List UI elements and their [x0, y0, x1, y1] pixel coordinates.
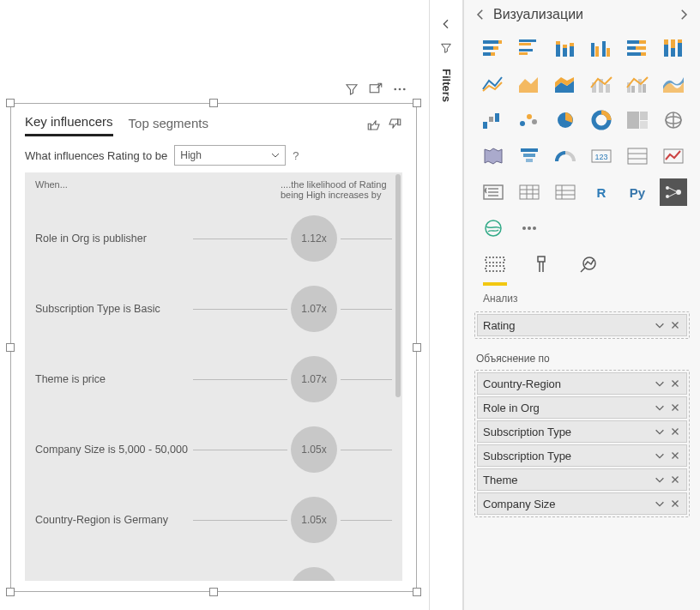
connector-line [193, 379, 287, 380]
svg-rect-15 [556, 41, 560, 45]
field-chip[interactable]: Company Size [477, 492, 687, 515]
chevron-down-icon[interactable] [654, 319, 666, 331]
viz-scatter-icon[interactable] [516, 106, 543, 134]
viz-more-icon[interactable] [516, 214, 543, 242]
influencer-row[interactable]: Country-Region is Germany 1.05x [25, 485, 402, 555]
viz-r-script-icon[interactable]: R [588, 178, 615, 206]
viz-line-clustered-column-icon[interactable] [624, 70, 651, 98]
viz-table-icon[interactable] [516, 178, 543, 206]
more-options-icon[interactable] [392, 82, 407, 100]
viz-treemap-icon[interactable] [624, 106, 651, 134]
viz-line-icon[interactable] [480, 70, 507, 98]
svg-point-50 [527, 114, 532, 119]
influencer-row[interactable]: Company Size is 5,000 - 50,000 1.05x [25, 414, 402, 485]
field-chip[interactable]: Role in Org [477, 396, 687, 419]
thumbs-down-icon[interactable] [387, 117, 402, 135]
viz-100-stacked-bar-icon[interactable] [624, 34, 651, 62]
viz-clustered-column-icon[interactable] [588, 34, 615, 62]
viz-100-stacked-column-icon[interactable] [660, 34, 687, 62]
viz-matrix-icon[interactable] [552, 178, 579, 206]
resize-handle[interactable] [6, 588, 15, 596]
viz-ribbon-icon[interactable] [660, 70, 687, 98]
viz-stacked-bar-icon[interactable] [480, 34, 507, 62]
field-chip[interactable]: Subscription Type [477, 420, 687, 443]
chevron-down-icon[interactable] [654, 426, 666, 438]
svg-rect-47 [489, 117, 493, 122]
format-tab[interactable] [529, 254, 553, 286]
remove-field-icon[interactable] [669, 402, 681, 414]
viz-map-icon[interactable] [660, 106, 687, 134]
collapse-pane-icon[interactable] [473, 7, 488, 22]
svg-rect-23 [606, 48, 610, 57]
resize-handle[interactable] [413, 343, 421, 352]
svg-rect-55 [640, 112, 648, 120]
viz-clustered-bar-icon[interactable] [516, 34, 543, 62]
viz-key-influencers-icon[interactable] [660, 178, 687, 206]
chevron-down-icon[interactable] [654, 474, 666, 486]
svg-rect-7 [493, 46, 498, 50]
tab-top-segments[interactable]: Top segments [129, 116, 208, 136]
remove-field-icon[interactable] [669, 474, 681, 486]
remove-field-icon[interactable] [669, 426, 681, 438]
viz-gauge-icon[interactable] [552, 142, 579, 170]
field-chip[interactable]: Rating [477, 314, 687, 336]
remove-field-icon[interactable] [669, 319, 681, 331]
viz-kpi-icon[interactable] [660, 142, 687, 170]
outcome-dropdown[interactable]: High [174, 145, 286, 166]
analytics-tab[interactable] [576, 254, 600, 286]
key-influencers-visual[interactable]: Key influencers Top segments What influe… [10, 103, 417, 592]
analyze-field-well[interactable]: Rating [474, 311, 690, 339]
viz-waterfall-icon[interactable] [480, 106, 507, 134]
viz-stacked-column-icon[interactable] [552, 34, 579, 62]
remove-field-icon[interactable] [669, 377, 681, 390]
viz-line-stacked-column-icon[interactable] [588, 70, 615, 98]
svg-rect-59 [521, 148, 538, 152]
tab-key-influencers[interactable]: Key influencers [25, 114, 113, 136]
remove-field-icon[interactable] [669, 498, 681, 510]
focus-mode-icon[interactable] [368, 82, 383, 100]
svg-rect-11 [519, 43, 531, 45]
viz-python-icon[interactable]: Py [624, 178, 651, 206]
chevron-down-icon[interactable] [654, 498, 666, 510]
help-icon[interactable]: ? [293, 149, 299, 162]
viz-arcgis-icon[interactable] [480, 214, 507, 242]
influencer-row[interactable]: Subscription Type is Basic 1.07x [25, 274, 402, 344]
expand-pane-icon[interactable] [676, 7, 691, 22]
resize-handle[interactable] [413, 588, 421, 596]
filters-pane-collapsed[interactable]: Filters [429, 0, 463, 610]
resize-handle[interactable] [6, 99, 15, 107]
filter-icon[interactable] [344, 82, 359, 100]
resize-handle[interactable] [209, 588, 218, 596]
svg-point-84 [522, 226, 526, 230]
viz-funnel-icon[interactable] [516, 142, 543, 170]
viz-pie-icon[interactable] [552, 106, 579, 134]
viz-slicer-icon[interactable] [480, 178, 507, 206]
influencer-value: 1.07x [291, 286, 337, 332]
chevron-left-icon[interactable] [439, 17, 453, 31]
explain-by-field-well[interactable]: Country-Region Role in Org Subscription … [474, 370, 690, 517]
influencer-row[interactable]: Theme is price 1.07x [25, 344, 402, 414]
field-chip[interactable]: Theme [477, 468, 687, 491]
viz-stacked-area-icon[interactable] [552, 70, 579, 98]
viz-card-icon[interactable]: 123 [588, 142, 615, 170]
resize-handle[interactable] [209, 99, 218, 107]
viz-filled-map-icon[interactable] [480, 142, 507, 170]
viz-donut-icon[interactable] [588, 106, 615, 134]
svg-rect-46 [483, 122, 487, 129]
influencer-row[interactable]: Theme is design 1.04x [25, 555, 402, 581]
field-chip[interactable]: Subscription Type [477, 444, 687, 467]
chevron-down-icon[interactable] [654, 450, 666, 462]
fields-tab[interactable] [483, 254, 507, 286]
scrollbar[interactable] [395, 174, 401, 397]
viz-multi-row-card-icon[interactable] [624, 142, 651, 170]
resize-handle[interactable] [6, 343, 15, 352]
influencer-value: 1.12x [291, 215, 337, 262]
influencer-row[interactable]: Role in Org is publisher 1.12x [25, 203, 402, 274]
field-chip[interactable]: Country-Region [477, 372, 687, 395]
viz-area-icon[interactable] [516, 70, 543, 98]
thumbs-up-icon[interactable] [366, 117, 382, 135]
resize-handle[interactable] [413, 99, 421, 107]
chevron-down-icon[interactable] [654, 402, 666, 414]
remove-field-icon[interactable] [669, 450, 681, 462]
chevron-down-icon[interactable] [654, 377, 666, 390]
